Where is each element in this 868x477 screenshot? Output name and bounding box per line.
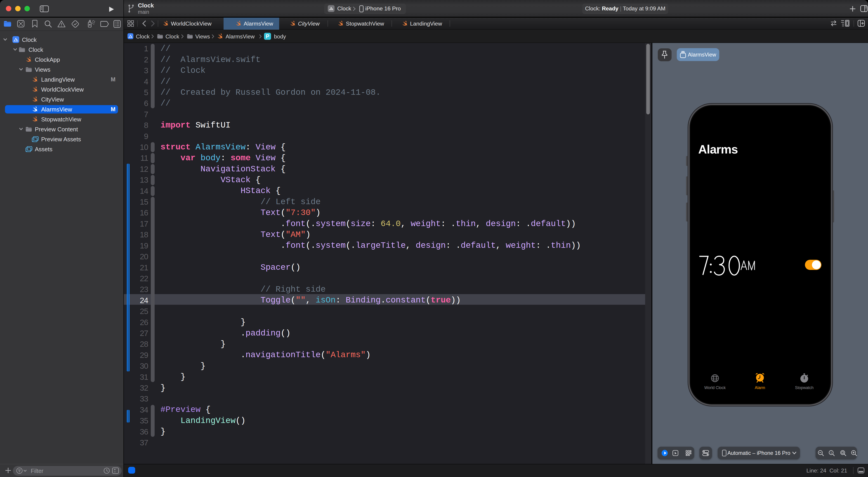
svg-text:1: 1 bbox=[830, 451, 832, 454]
